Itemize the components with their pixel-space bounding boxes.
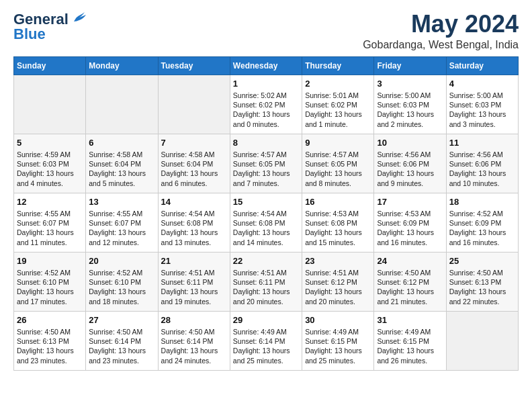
day-number: 6 xyxy=(89,137,154,149)
cell-content: Sunrise: 4:52 AM xyxy=(17,268,83,277)
logo-blue: Blue xyxy=(13,26,46,43)
cell-content: Daylight: 13 hours xyxy=(449,228,515,237)
cell-content: and 10 minutes. xyxy=(449,179,515,188)
calendar-cell: 23Sunrise: 4:51 AMSunset: 6:12 PMDayligh… xyxy=(302,252,374,311)
cell-content: Sunset: 6:15 PM xyxy=(305,336,371,346)
cell-content: Sunset: 6:10 PM xyxy=(17,277,83,287)
day-number: 25 xyxy=(449,255,515,267)
cell-content: and 25 minutes. xyxy=(233,356,299,365)
cell-content: Daylight: 13 hours xyxy=(17,346,83,355)
cell-content: Sunrise: 4:54 AM xyxy=(233,209,299,218)
day-number: 9 xyxy=(305,137,371,149)
cell-content: Daylight: 13 hours xyxy=(377,109,443,119)
col-header-sunday: Sunday xyxy=(14,56,86,75)
cell-content: Sunrise: 4:50 AM xyxy=(377,268,443,277)
cell-content: Daylight: 13 hours xyxy=(305,287,371,296)
calendar-cell: 2Sunrise: 5:01 AMSunset: 6:02 PMDaylight… xyxy=(302,75,374,134)
cell-content: Sunrise: 4:59 AM xyxy=(17,150,83,159)
cell-content: and 12 minutes. xyxy=(89,238,154,247)
title-area: May 2024 Gobardanga, West Bengal, India xyxy=(363,11,519,51)
calendar-cell: 27Sunrise: 4:50 AMSunset: 6:14 PMDayligh… xyxy=(86,311,158,370)
cell-content: and 13 minutes. xyxy=(161,238,227,247)
calendar-cell: 21Sunrise: 4:51 AMSunset: 6:11 PMDayligh… xyxy=(158,252,230,311)
calendar-week-5: 26Sunrise: 4:50 AMSunset: 6:13 PMDayligh… xyxy=(14,311,519,370)
cell-content: and 23 minutes. xyxy=(89,356,154,365)
cell-content: Daylight: 13 hours xyxy=(449,169,515,178)
cell-content: Sunrise: 4:57 AM xyxy=(233,150,299,159)
calendar-week-3: 12Sunrise: 4:55 AMSunset: 6:07 PMDayligh… xyxy=(14,193,519,252)
cell-content: Sunset: 6:05 PM xyxy=(305,159,371,169)
cell-content: Daylight: 13 hours xyxy=(161,169,227,178)
cell-content: and 24 minutes. xyxy=(161,356,227,365)
day-number: 18 xyxy=(449,196,515,208)
cell-content: Sunrise: 4:55 AM xyxy=(17,209,83,218)
col-header-monday: Monday xyxy=(86,56,158,75)
day-number: 30 xyxy=(305,314,371,326)
cell-content: Daylight: 13 hours xyxy=(161,228,227,237)
calendar-cell xyxy=(446,311,518,370)
cell-content: Daylight: 13 hours xyxy=(17,228,83,237)
calendar-cell: 13Sunrise: 4:55 AMSunset: 6:07 PMDayligh… xyxy=(86,193,158,252)
cell-content: Daylight: 13 hours xyxy=(17,287,83,296)
location-title: Gobardanga, West Bengal, India xyxy=(363,39,519,51)
cell-content: Sunrise: 4:49 AM xyxy=(305,327,371,336)
cell-content: Daylight: 13 hours xyxy=(449,287,515,296)
calendar-cell: 14Sunrise: 4:54 AMSunset: 6:08 PMDayligh… xyxy=(158,193,230,252)
calendar-cell: 17Sunrise: 4:53 AMSunset: 6:09 PMDayligh… xyxy=(374,193,446,252)
cell-content: Sunrise: 4:49 AM xyxy=(233,327,299,336)
cell-content: and 22 minutes. xyxy=(449,297,515,306)
cell-content: Sunrise: 4:50 AM xyxy=(161,327,227,336)
cell-content: Daylight: 13 hours xyxy=(17,169,83,178)
calendar-cell xyxy=(14,75,86,134)
cell-content: Sunset: 6:15 PM xyxy=(377,336,443,346)
col-header-tuesday: Tuesday xyxy=(158,56,230,75)
calendar-cell: 30Sunrise: 4:49 AMSunset: 6:15 PMDayligh… xyxy=(302,311,374,370)
cell-content: Daylight: 13 hours xyxy=(377,228,443,237)
cell-content: and 26 minutes. xyxy=(377,356,443,365)
day-number: 14 xyxy=(161,196,227,208)
cell-content: and 16 minutes. xyxy=(449,238,515,247)
cell-content: Sunset: 6:09 PM xyxy=(377,218,443,228)
calendar-cell: 29Sunrise: 4:49 AMSunset: 6:14 PMDayligh… xyxy=(230,311,302,370)
cell-content: Sunrise: 4:49 AM xyxy=(377,327,443,336)
cell-content: Sunset: 6:11 PM xyxy=(161,277,227,287)
cell-content: Sunrise: 4:56 AM xyxy=(377,150,443,159)
cell-content: Sunset: 6:04 PM xyxy=(161,159,227,169)
day-number: 10 xyxy=(377,137,443,149)
cell-content: Daylight: 13 hours xyxy=(233,109,299,119)
day-number: 12 xyxy=(17,196,83,208)
cell-content: and 5 minutes. xyxy=(89,179,154,188)
day-number: 27 xyxy=(89,314,154,326)
calendar-cell: 6Sunrise: 4:58 AMSunset: 6:04 PMDaylight… xyxy=(86,134,158,193)
cell-content: Sunrise: 4:51 AM xyxy=(161,268,227,277)
calendar-cell: 8Sunrise: 4:57 AMSunset: 6:05 PMDaylight… xyxy=(230,134,302,193)
cell-content: and 4 minutes. xyxy=(17,179,83,188)
col-header-saturday: Saturday xyxy=(446,56,518,75)
cell-content: and 23 minutes. xyxy=(17,356,83,365)
cell-content: Sunset: 6:07 PM xyxy=(17,218,83,228)
day-number: 13 xyxy=(89,196,154,208)
cell-content: Sunrise: 5:00 AM xyxy=(449,91,515,100)
calendar-cell: 4Sunrise: 5:00 AMSunset: 6:03 PMDaylight… xyxy=(446,75,518,134)
cell-content: Sunset: 6:05 PM xyxy=(233,159,299,169)
cell-content: Daylight: 13 hours xyxy=(305,228,371,237)
cell-content: Daylight: 13 hours xyxy=(89,287,154,296)
cell-content: Sunrise: 4:52 AM xyxy=(89,268,154,277)
cell-content: and 2 minutes. xyxy=(377,120,443,129)
calendar-cell: 11Sunrise: 4:56 AMSunset: 6:06 PMDayligh… xyxy=(446,134,518,193)
cell-content: Sunrise: 4:57 AM xyxy=(305,150,371,159)
cell-content: Sunrise: 4:51 AM xyxy=(305,268,371,277)
calendar-cell: 5Sunrise: 4:59 AMSunset: 6:03 PMDaylight… xyxy=(14,134,86,193)
cell-content: Sunset: 6:11 PM xyxy=(233,277,299,287)
day-number: 22 xyxy=(233,255,299,267)
day-number: 19 xyxy=(17,255,83,267)
cell-content: Sunrise: 4:53 AM xyxy=(377,209,443,218)
cell-content: Sunrise: 5:02 AM xyxy=(233,91,299,100)
cell-content: Sunset: 6:14 PM xyxy=(89,336,154,346)
day-number: 15 xyxy=(233,196,299,208)
calendar-cell: 3Sunrise: 5:00 AMSunset: 6:03 PMDaylight… xyxy=(374,75,446,134)
cell-content: Sunset: 6:08 PM xyxy=(161,218,227,228)
cell-content: and 20 minutes. xyxy=(305,297,371,306)
cell-content: Sunset: 6:12 PM xyxy=(305,277,371,287)
cell-content: Daylight: 13 hours xyxy=(305,346,371,355)
